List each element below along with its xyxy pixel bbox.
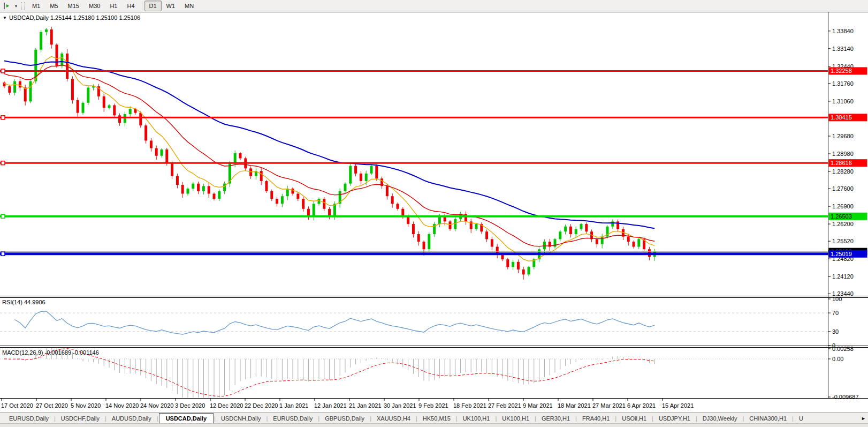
date-axis-label: 12 Dec 2020 — [210, 402, 243, 409]
tab-usdcnh-daily[interactable]: USDCNH,Daily — [216, 414, 266, 423]
price-axis-label: 1.26900 — [832, 203, 854, 209]
chart-scroll-icon-svg — [3, 2, 10, 10]
candle-body — [611, 221, 614, 226]
timeframe-button-m5[interactable]: M5 — [45, 1, 63, 11]
timeframe-button-w1[interactable]: W1 — [162, 1, 180, 11]
tab-usoil-h1[interactable]: USOil,H1 — [617, 414, 651, 423]
date-axis-label: 15 Apr 2021 — [662, 402, 694, 409]
candle-body — [596, 239, 598, 244]
date-axis-label: 9 Mar 2021 — [523, 402, 553, 409]
chart-scroll-icon[interactable] — [1, 2, 12, 10]
tab-fra40-h1[interactable]: FRA40,H1 — [577, 414, 614, 423]
candle-body — [118, 115, 121, 123]
tab-gbpusd-daily[interactable]: GBPUSD,Daily — [320, 414, 369, 423]
price-axis-label: 1.31760 — [832, 80, 854, 87]
candle-body — [3, 83, 6, 86]
candle-body — [150, 140, 153, 148]
candle-body — [475, 224, 478, 229]
candle-body — [161, 149, 163, 156]
tab-ger30-h1[interactable]: GER30,H1 — [537, 414, 575, 423]
candle-body — [29, 81, 32, 102]
timeframe-button-h1[interactable]: H1 — [105, 1, 122, 11]
price-axis-label: 1.25520 — [832, 238, 854, 244]
rsi-axis-label: 70 — [832, 310, 839, 316]
timeframe-button-m1[interactable]: M1 — [27, 1, 45, 11]
date-axis-label: 27 Feb 2021 — [488, 402, 521, 409]
tab-china300-h1[interactable]: CHINA300,H1 — [744, 414, 791, 423]
candle-body — [213, 194, 216, 199]
rsi-axis-label: 100 — [832, 296, 842, 302]
candle-body — [124, 114, 126, 123]
candle-body — [585, 224, 588, 231]
price-badge-1.26503: 1.26503 — [831, 213, 852, 220]
candle-body — [365, 174, 368, 181]
timeframe-button-m15[interactable]: M15 — [63, 1, 84, 11]
candle-body — [13, 81, 16, 93]
tab-eurusd-daily[interactable]: EURUSD,Daily — [268, 414, 317, 423]
candle-body — [449, 221, 452, 229]
tab-xauusd-h4[interactable]: XAUUSD,H4 — [372, 414, 415, 423]
tab-audusd-daily[interactable]: AUDUSD,Daily — [107, 414, 156, 423]
date-axis-label: 9 Feb 2021 — [418, 402, 448, 409]
price-badge-1.25019: 1.25019 — [831, 251, 852, 257]
tab-u[interactable]: U — [794, 414, 808, 423]
candle-body — [575, 229, 577, 234]
candle-body — [344, 184, 347, 191]
candle-body — [260, 171, 263, 181]
date-axis-label: 6 Apr 2021 — [627, 402, 656, 409]
horizontal-line-handle[interactable] — [1, 252, 5, 256]
candle-body — [270, 191, 273, 199]
candle-body — [438, 216, 441, 224]
horizontal-line-handle[interactable] — [1, 214, 5, 218]
price-axis-label: 1.26200 — [832, 221, 854, 227]
candle-body — [50, 29, 53, 44]
candle-body — [144, 125, 147, 140]
candle-body — [543, 242, 546, 249]
timeframe-button-h4[interactable]: H4 — [122, 1, 139, 11]
date-axis-label: 30 Jan 2021 — [384, 402, 416, 409]
price-badge-1.32258: 1.32258 — [831, 68, 852, 74]
tab-usdchf-daily[interactable]: USDCHF,Daily — [56, 414, 104, 423]
candle-body — [71, 79, 74, 100]
candle-body — [8, 86, 11, 93]
date-axis-label: 12 Jan 2021 — [314, 402, 347, 409]
date-axis-label: 5 Nov 2020 — [71, 402, 101, 409]
price-axis-label: 1.27600 — [832, 185, 854, 192]
date-axis-label: 27 Oct 2020 — [36, 402, 68, 409]
tab-usdcad-daily[interactable]: USDCAD,Daily — [159, 413, 214, 424]
macd-axis-label: 0.00258 — [832, 346, 854, 352]
candle-body — [296, 194, 299, 199]
tab-hk50-m15[interactable]: HK50,M15 — [418, 414, 455, 423]
chart-title: ▼USDCAD,Daily 1.25144 1.25180 1.25100 1.… — [3, 14, 140, 21]
date-axis-label: 24 Nov 2020 — [140, 402, 173, 409]
tab-eurusd-daily[interactable]: EURUSD,Daily — [4, 414, 54, 423]
candle-body — [113, 105, 116, 115]
toolbar-separator — [142, 2, 142, 10]
candle-body — [412, 224, 415, 234]
price-axis-label: 1.31060 — [832, 98, 854, 104]
price-axis-label: 1.29680 — [832, 133, 854, 139]
tab-scroll-right-icon[interactable]: ► — [861, 416, 866, 421]
tab-usdjpy-h1[interactable]: USDJPY,H1 — [654, 414, 695, 423]
candle-body — [601, 237, 604, 244]
candle-body — [129, 109, 132, 114]
horizontal-line-handle[interactable] — [1, 116, 5, 119]
toolbar-grip[interactable] — [21, 2, 25, 10]
tab-uk100-h1[interactable]: UK100,H1 — [497, 414, 534, 423]
timeframe-button-d1[interactable]: D1 — [144, 1, 162, 11]
horizontal-line-handle[interactable] — [1, 161, 5, 165]
toolbar-caret-down-icon[interactable]: ▼ — [12, 4, 20, 8]
timeframe-button-mn[interactable]: MN — [180, 1, 199, 11]
title-caret-icon[interactable]: ▼ — [3, 16, 7, 20]
candle-body — [627, 237, 630, 242]
price-chart-svg[interactable]: 1.338401.331401.324401.317601.310601.296… — [0, 12, 868, 413]
price-badge-1.28616: 1.28616 — [831, 160, 852, 166]
timeframe-button-m30[interactable]: M30 — [84, 1, 105, 11]
price-axis-label: 1.24120 — [832, 273, 854, 280]
horizontal-line-handle[interactable] — [1, 69, 5, 73]
candle-body — [637, 239, 640, 246]
price-badge-1.30415: 1.30415 — [831, 114, 852, 121]
candle-body — [569, 227, 572, 234]
tab-uk100-h1[interactable]: UK100,H1 — [458, 414, 495, 423]
tab-dj30-weekly[interactable]: DJ30,Weekly — [698, 414, 742, 423]
